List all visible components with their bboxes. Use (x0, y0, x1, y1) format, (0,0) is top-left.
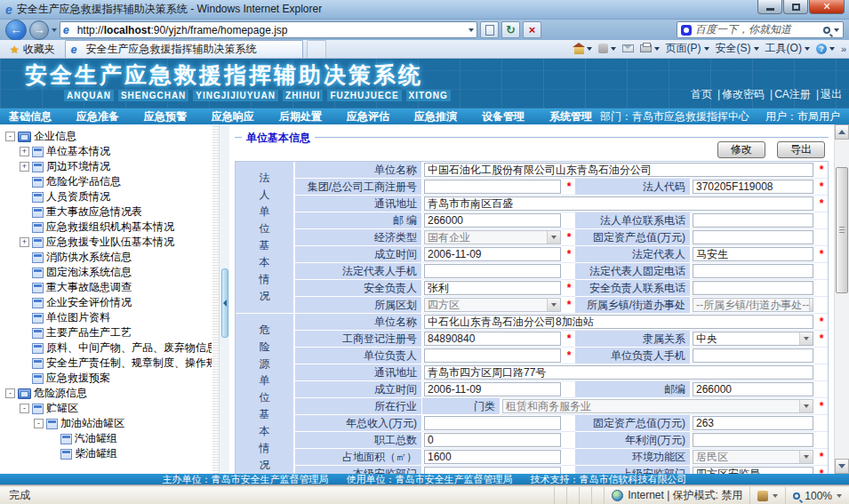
field-select[interactable]: 四方区 (424, 298, 561, 312)
tree-item[interactable]: 人员资质情况 (4, 189, 212, 204)
header-link-2[interactable]: CA注册 (774, 88, 811, 100)
browser-tab[interactable]: e 安全生产应急救援指挥辅助决策系统 (65, 40, 303, 58)
header-link-0[interactable]: 首页 (691, 88, 712, 100)
page-menu[interactable]: 页面(P) (666, 41, 709, 56)
expand-icon[interactable]: + (20, 147, 29, 156)
field-input[interactable]: 2006-11-09 (424, 382, 561, 396)
tree-item[interactable]: -危险源信息 (4, 386, 212, 401)
tree-item[interactable]: 消防供水系统信息 (4, 250, 212, 265)
field-input[interactable]: 青岛市四方区周口路77号 (424, 365, 813, 380)
feeds-button[interactable] (598, 44, 616, 53)
content-scrollbar[interactable] (834, 124, 849, 474)
field-input[interactable]: 263 (693, 416, 813, 430)
search-icon[interactable] (823, 27, 830, 34)
field-input[interactable]: 2006-11-09 (424, 247, 561, 261)
field-input[interactable]: 1600 (424, 450, 561, 464)
tree-item[interactable]: 应急救援预案 (4, 371, 212, 386)
search-input[interactable]: 百度一下，你就知道 (695, 22, 820, 37)
splitter-collapse-handle[interactable] (221, 268, 228, 338)
close-button[interactable]: ✕ (809, 0, 845, 14)
tree-item[interactable]: +周边环境情况 (4, 159, 212, 174)
print-button[interactable] (640, 44, 660, 52)
field-input[interactable] (424, 180, 561, 194)
field-input[interactable] (693, 213, 813, 228)
collapse-icon[interactable]: - (5, 388, 15, 398)
tree-item[interactable]: -加油站油罐区 (4, 416, 212, 431)
address-bar[interactable]: e http://localhost:90/yjzh/frame/homepag… (60, 21, 477, 38)
field-input[interactable]: 张利 (424, 281, 561, 295)
address-dropdown-icon[interactable] (469, 28, 474, 32)
url-text[interactable]: http://localhost:90/yjzh/frame/homepage.… (77, 24, 465, 36)
tree-item[interactable]: 柴油罐组 (4, 446, 212, 461)
extension-button[interactable] (749, 487, 785, 504)
header-link-3[interactable]: 退出 (821, 88, 842, 100)
field-select[interactable]: 租赁和商务服务业 (502, 399, 813, 413)
field-input[interactable]: 0 (424, 433, 561, 447)
nav-item-1[interactable]: 应急准备 (76, 109, 119, 124)
field-select[interactable]: 国有企业 (424, 230, 561, 244)
tree-item[interactable]: 安全生产责任制、规章制度、操作规程信息 (4, 356, 212, 371)
tree-item[interactable]: 原料、中间产物、产品、废弃物信息 (4, 340, 212, 356)
tree-item[interactable]: 重大事故应急情况表 (4, 204, 212, 220)
back-button[interactable]: ← (5, 20, 27, 41)
maximize-button[interactable] (783, 0, 808, 14)
search-dropdown-icon[interactable] (834, 28, 839, 32)
tools-menu[interactable]: 工具(O) (765, 41, 810, 56)
collapse-icon[interactable]: - (34, 419, 44, 428)
nav-item-6[interactable]: 应急推演 (414, 109, 457, 124)
stop-button[interactable]: × (523, 21, 541, 38)
field-input[interactable] (693, 281, 813, 295)
field-input[interactable]: 青岛市市南区百盛 (424, 196, 813, 211)
field-input[interactable] (424, 416, 561, 430)
tree-item[interactable]: 汽油罐组 (4, 431, 212, 446)
header-link-1[interactable]: 修改密码 (722, 88, 765, 100)
favorites-button[interactable]: ★ 收藏夹 (4, 41, 61, 58)
expand-icon[interactable]: + (20, 162, 29, 172)
safety-menu[interactable]: 安全(S) (716, 41, 759, 56)
nav-item-4[interactable]: 后期处置 (279, 109, 322, 124)
field-input[interactable]: 84890840 (424, 332, 561, 346)
expand-icon[interactable]: + (20, 237, 29, 247)
search-box[interactable]: 百度一下，你就知道 (677, 21, 844, 38)
scrollbar-thumb[interactable] (836, 167, 848, 293)
minimize-button[interactable] (757, 0, 782, 14)
field-select[interactable]: --所属乡镇/街道办事处-- (693, 298, 813, 312)
export-button[interactable]: 导出 (777, 141, 825, 158)
field-input[interactable] (424, 348, 561, 363)
read-mail-button[interactable] (622, 44, 634, 52)
nav-item-5[interactable]: 应急评估 (347, 109, 389, 124)
tree-item[interactable]: 企业安全评价情况 (4, 295, 212, 310)
zoom-control[interactable]: 100% (785, 487, 849, 504)
field-input[interactable]: 266000 (693, 382, 813, 396)
field-input[interactable] (693, 230, 813, 244)
recent-pages-dropdown-icon[interactable] (52, 28, 57, 32)
nav-item-7[interactable]: 设备管理 (482, 109, 525, 124)
collapse-icon[interactable]: - (20, 404, 29, 413)
home-button[interactable] (574, 44, 592, 54)
field-select[interactable]: 中央 (693, 332, 813, 346)
tree-item[interactable]: 固定泡沫系统信息 (4, 265, 212, 280)
tree-item[interactable]: 应急救援组织机构基本情况 (4, 220, 212, 235)
field-input[interactable] (693, 264, 813, 278)
scroll-up-button[interactable] (835, 124, 849, 140)
nav-item-0[interactable]: 基础信息 (9, 109, 52, 124)
nav-item-2[interactable]: 应急预警 (144, 109, 187, 124)
field-input[interactable]: 四方区安监局 (693, 467, 813, 474)
field-input[interactable]: 中国石油化工股份有限公司山东青岛石油分公司 (424, 163, 813, 177)
tree-item[interactable]: -贮罐区 (4, 401, 212, 416)
field-input[interactable]: 马安生 (693, 247, 813, 261)
nav-item-3[interactable]: 应急响应 (212, 109, 254, 124)
field-input[interactable]: 中石化山东青岛石油分公司8加油站 (424, 315, 813, 329)
compatibility-view-button[interactable] (480, 21, 499, 38)
field-input[interactable]: 266000 (424, 213, 561, 228)
overflow-chevron-icon[interactable]: » (841, 44, 845, 54)
forward-button[interactable]: → (29, 20, 49, 40)
tree-item[interactable]: 主要产品生产工艺 (4, 325, 212, 340)
modify-button[interactable]: 修改 (717, 141, 765, 158)
scroll-down-button[interactable] (835, 459, 849, 474)
new-tab-button[interactable] (307, 40, 326, 58)
field-select[interactable]: 居民区 (693, 450, 813, 464)
tree-item[interactable]: 危险化学品信息 (4, 174, 212, 189)
panel-splitter[interactable] (219, 124, 229, 474)
field-input[interactable] (424, 264, 561, 278)
